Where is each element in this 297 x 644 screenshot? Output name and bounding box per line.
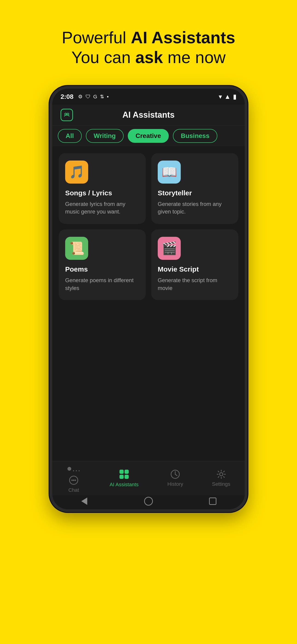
nav-settings[interactable]: Settings [212,469,230,487]
wifi-icon: ▾ [219,93,222,100]
card-songs-title: Songs / Lyrics [65,189,139,197]
dot-status-icon: • [107,94,109,100]
settings-status-icon: ⚙ [78,94,83,100]
nav-history-label: History [168,481,183,487]
app-logo [60,109,73,121]
hero-line2-normal: You can [71,48,136,66]
phone-mockup: 2:08 ⚙ 🛡 G ⇅ • ▾ ▲ ▮ AI Assistants All [50,86,248,512]
card-poems-icon-wrapper: 📜 [65,237,88,260]
signal-icon: ▲ [224,93,231,100]
card-storyteller-title: Storyteller [158,189,232,197]
hero-text: Powerful AI Assistants You can ask me no… [62,28,235,68]
card-storyteller[interactable]: 📖 Storyteller Generate stories from any … [151,153,238,224]
filter-writing[interactable]: Writing [86,129,124,143]
cards-area: 🎵 Songs / Lyrics Generate lyrics from an… [52,146,245,461]
card-movie-desc: Generate the script from movie [158,276,232,292]
card-songs-desc: Generate lyrics from any music genre you… [65,200,139,216]
hero-line2-bold: ask [136,48,163,66]
status-right: ▾ ▲ ▮ [219,93,236,100]
nav-settings-label: Settings [212,481,230,487]
card-movie-icon-wrapper: 🎬 [158,237,181,260]
back-button[interactable] [79,496,89,506]
app-title: AI Assistants [73,110,224,120]
svg-line-14 [175,474,177,476]
status-icons: ⚙ 🛡 G ⇅ • [78,94,109,100]
cast-status-icon: ⇅ [100,94,104,100]
card-songs-lyrics[interactable]: 🎵 Songs / Lyrics Generate lyrics from an… [59,153,146,224]
svg-point-15 [220,473,223,476]
filter-all[interactable]: All [58,129,82,143]
android-home-bar [52,496,245,509]
clapper-icon: 🎬 [162,241,177,256]
card-poems[interactable]: 📜 Poems Generate poems in different styl… [59,230,146,300]
shield-status-icon: 🛡 [86,94,90,100]
card-movie-script[interactable]: 🎬 Movie Script Generate the script from … [151,230,238,300]
status-bar: 2:08 ⚙ 🛡 G ⇅ • ▾ ▲ ▮ [52,89,245,105]
status-time: 2:08 [60,93,74,100]
bottom-nav: ●… Chat AI Assistants [52,461,245,496]
card-poems-title: Poems [65,265,139,273]
g-status-icon: G [93,94,97,100]
filter-creative[interactable]: Creative [128,129,169,143]
app-header: AI Assistants [52,105,245,126]
svg-rect-8 [120,470,124,474]
svg-point-7 [74,480,76,481]
card-poems-desc: Generate poems in different styles [65,276,139,292]
svg-point-1 [65,113,66,115]
svg-rect-10 [120,475,124,479]
svg-rect-9 [124,470,129,474]
card-storyteller-desc: Generate stories from any given topic. [158,200,232,216]
hero-line2-normal2: me now [163,48,226,66]
hero-line1-normal: Powerful [62,28,131,47]
recents-button[interactable] [208,496,218,506]
home-button[interactable] [144,496,154,506]
filter-bar: All Writing Creative Business [52,126,245,146]
nav-ai-assistants[interactable]: AI Assistants [110,469,138,488]
svg-point-2 [67,113,69,115]
svg-rect-11 [124,475,129,479]
svg-point-6 [73,480,74,481]
music-note-icon: 🎵 [69,165,84,179]
card-storyteller-icon-wrapper: 📖 [158,160,181,184]
nav-chat-label: Chat [68,487,79,493]
nav-history[interactable]: History [168,469,183,487]
nav-ai-label: AI Assistants [110,482,138,488]
nav-chat[interactable]: ●… Chat [67,464,81,493]
filter-business[interactable]: Business [173,129,217,143]
card-movie-title: Movie Script [158,265,232,273]
battery-icon: ▮ [233,93,236,100]
hero-line1-bold: AI Assistants [131,28,235,47]
scroll-icon: 📜 [69,241,84,256]
svg-point-5 [71,480,73,481]
card-songs-icon-wrapper: 🎵 [65,160,88,184]
book-icon: 📖 [162,165,177,179]
